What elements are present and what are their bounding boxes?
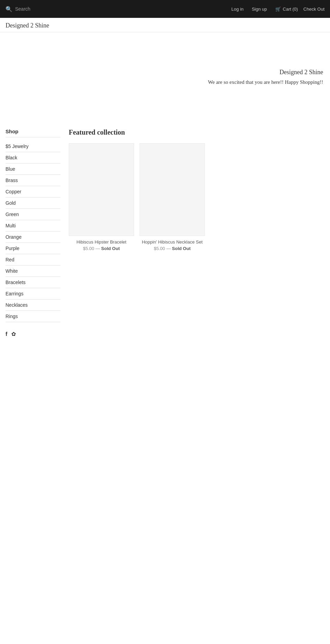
sidebar-category-link[interactable]: Orange [6, 231, 60, 242]
sidebar-category-item: Rings [6, 311, 60, 322]
nav-links: Log in Sign up [231, 7, 267, 12]
sidebar-category-link[interactable]: Black [6, 152, 60, 163]
social-icons [6, 328, 60, 338]
sidebar-category-link[interactable]: Green [6, 209, 60, 220]
hero-store-name: Designed 2 Shine [279, 69, 323, 76]
facebook-icon[interactable] [6, 330, 7, 338]
hero-section: Designed 2 Shine We are so excited that … [0, 32, 330, 122]
sidebar-category-item: Bracelets [6, 277, 60, 288]
hero-tagline: We are so excited that you are here!! Ha… [208, 79, 323, 85]
brand-header: Designed 2 Shine [0, 18, 330, 32]
cart-icon: 🛒 [275, 7, 281, 12]
sidebar-category-item: Blue [6, 163, 60, 175]
sidebar-category-link[interactable]: Blue [6, 163, 60, 174]
sidebar-category-link[interactable]: Earrings [6, 288, 60, 299]
sidebar-category-item: White [6, 265, 60, 277]
sidebar: Shop $5 JewelryBlackBlueBrassCopperGoldG… [6, 128, 60, 338]
sidebar-category-item: Purple [6, 243, 60, 254]
sidebar-category-link[interactable]: Purple [6, 243, 60, 254]
search-icon: 🔍 [6, 6, 12, 12]
pinterest-icon[interactable] [11, 330, 16, 338]
signup-link[interactable]: Sign up [252, 7, 267, 12]
sidebar-category-link[interactable]: White [6, 265, 60, 276]
sidebar-category-item: Black [6, 152, 60, 163]
sidebar-category-item: Necklaces [6, 300, 60, 311]
top-nav: 🔍 Log in Sign up 🛒 Cart (0) Check Out [0, 0, 330, 18]
checkout-link[interactable]: Check Out [304, 7, 324, 12]
product-image [69, 143, 134, 236]
collection-title: Featured collection [69, 128, 324, 136]
product-price: $5.00 — Sold Out [140, 246, 205, 251]
search-input[interactable] [15, 6, 75, 12]
product-image [140, 143, 205, 236]
sidebar-category-link[interactable]: Rings [6, 311, 60, 322]
sidebar-category-item: Copper [6, 186, 60, 197]
collection-area: Featured collection Hibiscus Hipster Bra… [69, 128, 324, 251]
sidebar-category-item: Orange [6, 231, 60, 243]
sidebar-category-link[interactable]: Red [6, 254, 60, 265]
cart-area[interactable]: 🛒 Cart (0) [275, 7, 298, 12]
product-card[interactable]: Hibiscus Hipster Bracelet$5.00 — Sold Ou… [69, 143, 134, 251]
shop-label: Shop [6, 128, 60, 137]
sidebar-category-item: Gold [6, 197, 60, 209]
brand-name-link[interactable]: Designed 2 Shine [6, 22, 49, 29]
sidebar-category-item: $5 Jewelry [6, 141, 60, 152]
product-card[interactable]: Hoppin' Hibiscus Necklace Set$5.00 — Sol… [140, 143, 205, 251]
sidebar-category-link[interactable]: Brass [6, 175, 60, 186]
sidebar-category-link[interactable]: $5 Jewelry [6, 141, 60, 152]
search-area: 🔍 [6, 6, 231, 12]
sidebar-category-item: Brass [6, 175, 60, 186]
product-name: Hoppin' Hibiscus Necklace Set [140, 239, 205, 245]
sidebar-category-link[interactable]: Copper [6, 186, 60, 197]
products-grid: Hibiscus Hipster Bracelet$5.00 — Sold Ou… [69, 143, 324, 251]
product-price: $5.00 — Sold Out [69, 246, 134, 251]
sidebar-category-item: Earrings [6, 288, 60, 300]
sidebar-category-link[interactable]: Multi [6, 220, 60, 231]
sidebar-category-item: Multi [6, 220, 60, 231]
category-list: $5 JewelryBlackBlueBrassCopperGoldGreenM… [6, 141, 60, 322]
cart-label[interactable]: Cart (0) [283, 7, 298, 12]
main-layout: Shop $5 JewelryBlackBlueBrassCopperGoldG… [0, 122, 330, 344]
sidebar-category-item: Red [6, 254, 60, 265]
login-link[interactable]: Log in [231, 7, 243, 12]
sidebar-category-link[interactable]: Gold [6, 197, 60, 208]
product-name: Hibiscus Hipster Bracelet [69, 239, 134, 245]
sidebar-category-item: Green [6, 209, 60, 220]
sidebar-category-link[interactable]: Necklaces [6, 300, 60, 310]
sidebar-category-link[interactable]: Bracelets [6, 277, 60, 288]
